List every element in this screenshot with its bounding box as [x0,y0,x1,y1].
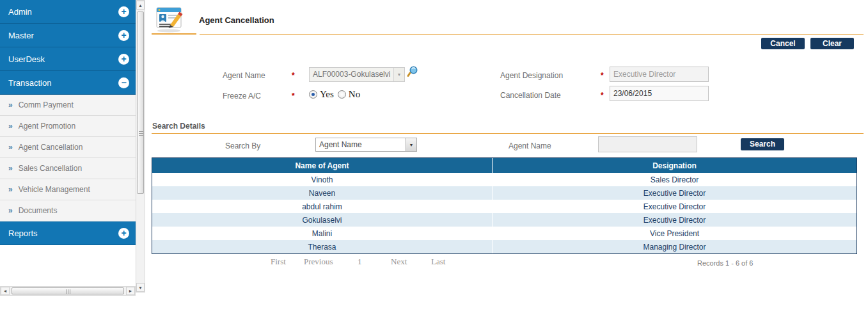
chevron-icon: » [8,100,13,109]
sidebar-subitem-label: Sales Cancellation [19,164,82,173]
cell-agent-name: Malini [152,227,493,240]
table-row[interactable]: Vinoth Sales Director [152,173,856,186]
sidebar-item-reports[interactable]: Reports + [0,221,136,245]
cancel-button[interactable]: Cancel [761,38,805,49]
table-header-row: Name of Agent Designation [152,158,856,173]
sidebar-item-userdesk[interactable]: UserDesk + [0,47,136,71]
cell-agent-name: abdul rahim [152,200,493,213]
radio-yes[interactable] [309,90,317,99]
sidebar-nav: Admin + Master + UserDesk + Transaction … [0,0,136,296]
chevron-down-icon[interactable]: ▼ [406,138,416,151]
plus-icon[interactable]: + [118,6,129,17]
cell-agent-name: Naveen [152,186,493,200]
table-body: Vinoth Sales Director Naveen Executive D… [152,173,856,253]
sidebar-item-admin[interactable]: Admin + [0,0,136,24]
cell-designation: Executive Director [493,186,856,200]
agent-lookup-icon[interactable] [407,66,418,79]
cell-designation: Executive Director [493,213,856,227]
scroll-up-arrow-icon[interactable]: ▲ [136,1,145,10]
pagination-bar: First Previous 1 Next Last Records 1 - 6… [152,257,864,269]
pagination-page-number[interactable]: 1 [358,257,362,267]
sidebar-subitem-label: Vehicle Management [19,185,90,194]
chevron-icon: » [8,122,13,131]
pagination-last[interactable]: Last [431,257,445,267]
cell-agent-name: Vinoth [152,173,493,186]
chevron-down-icon[interactable]: ▼ [393,68,404,81]
cancellation-date-field[interactable] [610,86,709,101]
plus-icon[interactable]: + [118,228,129,239]
search-details-underline [152,133,864,134]
freeze-ac-radio-group: Yes No [309,89,364,100]
table-row[interactable]: Gokulaselvi Executive Director [152,213,856,227]
sidebar-item-label: Admin [8,7,32,17]
scroll-down-arrow-icon[interactable]: ▼ [136,283,145,292]
chevron-icon: » [8,206,13,215]
agent-cancellation-page-icon [155,6,187,35]
table-row[interactable]: Therasa Managing Director [152,240,856,253]
radio-no[interactable] [338,90,346,99]
search-by-label: Search By [225,141,260,150]
horizontal-scrollbar[interactable]: ◄ ► [0,286,136,296]
minus-icon[interactable]: − [118,77,129,88]
required-asterisk: * [601,91,604,100]
sidebar-subitem[interactable]: » Sales Cancellation [0,158,136,179]
agent-name-select[interactable]: ALF00003-Gokulaselvi ▼ [309,67,405,82]
search-by-select[interactable]: Agent Name ▼ [315,138,417,152]
sidebar-subitem[interactable]: » Agent Cancellation [0,137,136,158]
sidebar-subitem-label: Documents [19,206,58,215]
sidebar-subitem[interactable]: » Documents [0,200,136,221]
title-underline [200,34,864,35]
radio-no-label: No [349,89,360,100]
search-details-title: Search Details [152,122,205,131]
sidebar-item-label: Master [8,31,34,40]
cell-designation: Managing Director [493,240,856,253]
required-asterisk: * [601,71,604,80]
cell-designation: Vice President [493,227,856,240]
agent-designation-label: Agent Designation [500,71,563,80]
cell-designation: Executive Director [493,200,856,213]
horizontal-scrollbar-thumb[interactable] [12,287,124,294]
title-underline-accent [152,33,196,35]
pagination-previous[interactable]: Previous [304,257,333,267]
pagination-first[interactable]: First [271,257,286,267]
search-agent-name-input[interactable] [598,136,697,152]
chevron-icon: » [8,143,13,152]
vertical-scrollbar-thumb[interactable] [137,12,144,194]
sidebar-subitem[interactable]: » Agent Promotion [0,116,136,137]
cell-agent-name: Therasa [152,240,493,253]
vertical-scrollbar[interactable]: ▲ ▼ [136,0,145,293]
sidebar-subitem-label: Agent Promotion [19,122,75,131]
application-window: Admin + Master + UserDesk + Transaction … [0,0,868,313]
agent-designation-field[interactable] [610,67,709,82]
cancellation-date-label: Cancellation Date [500,91,561,100]
sidebar-item-transaction[interactable]: Transaction − [0,71,136,95]
sidebar-subitem[interactable]: » Vehicle Management [0,179,136,200]
sidebar-item-master[interactable]: Master + [0,24,136,47]
scroll-right-arrow-icon[interactable]: ► [126,287,135,295]
freeze-ac-label: Freeze A/C [223,92,261,100]
table-row[interactable]: Malini Vice President [152,227,856,240]
chevron-icon: » [8,164,13,173]
results-table: Name of Agent Designation Vinoth Sales D… [152,157,857,254]
sidebar-item-label: UserDesk [8,54,45,64]
records-count: Records 1 - 6 of 6 [697,259,753,267]
pagination-next[interactable]: Next [391,257,407,267]
column-header-designation[interactable]: Designation [493,158,856,173]
plus-icon[interactable]: + [118,54,129,65]
table-row[interactable]: Naveen Executive Director [152,186,856,200]
sidebar-subitem[interactable]: » Comm Payment [0,95,136,116]
chevron-icon: » [8,185,13,194]
main-content: Agent Cancellation Cancel Clear Agent Na… [152,0,864,313]
sidebar-subitem-label: Agent Cancellation [19,143,83,152]
table-row[interactable]: abdul rahim Executive Director [152,200,856,213]
clear-button[interactable]: Clear [810,38,854,49]
sidebar-subitem-label: Comm Payment [19,100,74,109]
sidebar-item-label: Transaction [8,78,51,88]
plus-icon[interactable]: + [118,30,129,41]
agent-name-select-value: ALF00003-Gokulaselvi [310,68,393,81]
cell-designation: Sales Director [493,173,856,186]
scroll-left-arrow-icon[interactable]: ◄ [1,287,10,295]
column-header-name[interactable]: Name of Agent [152,158,493,173]
cell-agent-name: Gokulaselvi [152,213,493,227]
search-button[interactable]: Search [741,138,784,150]
